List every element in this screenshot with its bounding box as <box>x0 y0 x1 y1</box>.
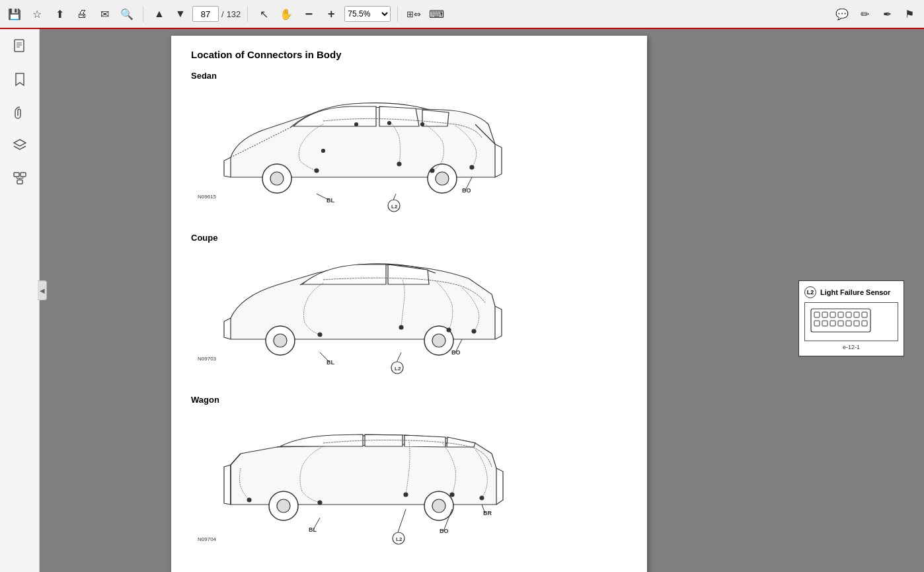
svg-point-13 <box>270 172 284 185</box>
svg-point-38 <box>318 333 322 337</box>
wagon-diagram-area: N09704 BL L2 BO BR <box>191 409 627 553</box>
sidebar-bookmark-icon[interactable] <box>9 69 30 90</box>
hand-tool[interactable]: ✋ <box>277 5 295 23</box>
wagon-section: Wagon <box>191 395 627 553</box>
sedan-car-svg: N09615 BL L2 BO <box>191 85 508 217</box>
svg-point-56 <box>432 499 445 512</box>
save-icon[interactable]: 💾 <box>5 5 24 23</box>
svg-text:L2: L2 <box>391 204 398 210</box>
coupe-car-svg: N09703 BL L2 BO <box>191 247 508 379</box>
zoom-select[interactable]: 75.5% 50% 100% 125% <box>344 6 391 22</box>
svg-rect-0 <box>15 40 24 52</box>
zoom-in-button[interactable]: + <box>322 5 340 23</box>
sep-1 <box>143 6 143 22</box>
svg-point-41 <box>472 329 476 333</box>
svg-rect-5 <box>14 173 19 177</box>
svg-rect-6 <box>20 173 26 177</box>
highlight-tool[interactable]: ✒ <box>878 5 896 23</box>
prev-page-button[interactable]: ▲ <box>150 5 169 23</box>
svg-point-54 <box>277 499 290 512</box>
comment-tool[interactable]: 💬 <box>833 5 851 23</box>
legend-l2-text: L2 <box>807 289 814 296</box>
page-title: Location of Connectors in Body <box>191 49 627 60</box>
page-nav: ▲ ▼ / 132 <box>150 5 241 23</box>
svg-point-23 <box>355 123 358 126</box>
svg-text:N09703: N09703 <box>198 356 217 362</box>
upload-icon[interactable]: ⬆ <box>50 5 69 23</box>
svg-text:L2: L2 <box>395 366 401 372</box>
sep-3 <box>397 6 398 22</box>
svg-point-21 <box>470 165 474 169</box>
cursor-tool[interactable]: ↖ <box>254 5 273 23</box>
legend-title-row: L2 Light Failure Sensor <box>804 286 898 298</box>
sidebar-page-icon[interactable] <box>9 36 30 57</box>
sedan-label: Sedan <box>191 71 627 81</box>
zoom-out-button[interactable]: − <box>299 5 318 23</box>
svg-text:BO: BO <box>440 528 449 534</box>
svg-text:BL: BL <box>327 359 334 366</box>
svg-point-37 <box>432 334 445 347</box>
svg-point-39 <box>399 325 403 329</box>
sedan-diagram-area: N09615 BL L2 BO <box>191 85 627 220</box>
document-area[interactable]: Location of Connectors in Body Sedan <box>40 29 779 572</box>
connector-diagram <box>804 302 898 341</box>
svg-line-63 <box>397 509 406 534</box>
keyboard-tool[interactable]: ⌨ <box>427 5 445 23</box>
connector-svg <box>808 306 874 335</box>
wagon-car-svg: N09704 BL L2 BO BR <box>191 409 508 551</box>
page-separator: / <box>221 9 224 19</box>
svg-point-59 <box>404 493 408 497</box>
stamp-tool[interactable]: ⚑ <box>900 5 919 23</box>
svg-point-25 <box>421 123 424 126</box>
svg-point-35 <box>274 334 287 347</box>
svg-text:BO: BO <box>451 349 461 356</box>
svg-point-22 <box>322 149 325 153</box>
sep-2 <box>247 6 248 22</box>
right-panel: L2 Light Failure Sensor <box>779 29 924 572</box>
document-page: Location of Connectors in Body Sedan <box>171 36 647 572</box>
svg-text:BL: BL <box>309 526 317 533</box>
total-pages: 132 <box>227 9 241 19</box>
svg-point-19 <box>397 162 401 166</box>
coupe-diagram-area: N09703 BL L2 BO <box>191 247 627 382</box>
sidebar-collapse-handle[interactable]: ◀ <box>38 280 47 300</box>
svg-point-61 <box>480 496 484 500</box>
fit-tool[interactable]: ⊞⇔ <box>404 5 423 23</box>
svg-point-40 <box>447 328 451 332</box>
email-icon[interactable]: ✉ <box>95 5 114 23</box>
main-area: ◀ Location of Connectors in Body Sedan <box>0 29 924 572</box>
sidebar-attachment-icon[interactable] <box>9 102 30 123</box>
svg-point-58 <box>318 501 322 505</box>
legend-l2-circle: L2 <box>804 286 816 298</box>
toolbar: 💾 ☆ ⬆ 🖨 ✉ 🔍 ▲ ▼ / 132 ↖ ✋ − + 75.5% 50% … <box>0 0 924 29</box>
search-icon[interactable]: 🔍 <box>118 5 136 23</box>
left-sidebar <box>0 29 40 572</box>
svg-point-15 <box>436 172 449 185</box>
current-page-input[interactable] <box>192 6 219 22</box>
legend-title: Light Failure Sensor <box>820 288 890 296</box>
coupe-section: Coupe <box>191 233 627 382</box>
svg-marker-4 <box>14 140 26 146</box>
svg-rect-7 <box>17 180 22 184</box>
sidebar-layers-icon[interactable] <box>9 135 30 156</box>
svg-text:BO: BO <box>462 187 471 194</box>
svg-text:N09704: N09704 <box>198 536 217 542</box>
coupe-label: Coupe <box>191 233 627 243</box>
svg-point-18 <box>315 169 319 173</box>
svg-point-24 <box>388 122 391 125</box>
bookmark-icon[interactable]: ☆ <box>28 5 46 23</box>
svg-text:BR: BR <box>483 510 492 516</box>
legend-box: L2 Light Failure Sensor <box>798 280 904 356</box>
next-page-button[interactable]: ▼ <box>171 5 190 23</box>
svg-text:L2: L2 <box>396 536 403 542</box>
print-icon[interactable]: 🖨 <box>73 5 91 23</box>
legend-sub-label: e-12-1 <box>804 344 898 350</box>
svg-text:BL: BL <box>327 197 334 204</box>
wagon-label: Wagon <box>191 395 627 405</box>
svg-point-60 <box>450 493 454 497</box>
svg-text:N09615: N09615 <box>198 194 217 200</box>
sedan-section: Sedan <box>191 71 627 220</box>
pen-tool[interactable]: ✏ <box>855 5 874 23</box>
sidebar-structure-icon[interactable] <box>9 168 30 189</box>
svg-point-20 <box>430 169 434 173</box>
